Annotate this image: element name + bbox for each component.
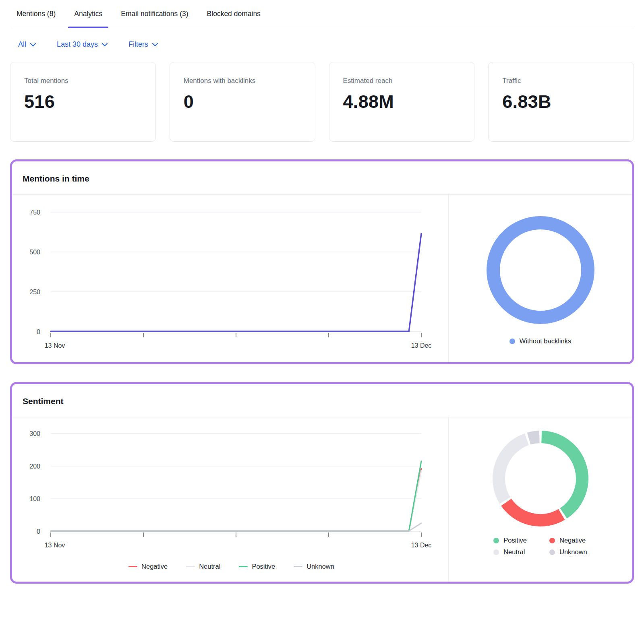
stat-value: 516 [24, 91, 142, 112]
legend-label: Neutral [199, 563, 220, 570]
active-tab-underline [68, 27, 108, 28]
tab-email-notifications-label: Email notifications (3) [121, 10, 188, 18]
stat-label: Mentions with backlinks [184, 77, 301, 85]
svg-text:0: 0 [37, 528, 40, 535]
legend-item-positive[interactable]: Positive [493, 537, 527, 544]
tab-email-notifications[interactable]: Email notifications (3) [121, 6, 188, 28]
tab-blocked-domains[interactable]: Blocked domains [207, 6, 261, 28]
mentions-line-chart: 025050075013 Nov13 Dec [14, 202, 433, 355]
legend-dot-icon [509, 339, 515, 344]
legend-label: Negative [141, 563, 168, 570]
legend-item-negative[interactable]: Negative [549, 537, 587, 544]
date-range-label: Last 30 days [57, 40, 98, 49]
svg-text:13 Dec: 13 Dec [411, 342, 432, 349]
legend-label: Neutral [503, 548, 525, 556]
tab-analytics[interactable]: Analytics [74, 6, 102, 28]
svg-text:500: 500 [29, 249, 40, 256]
sentiment-donut-chart [492, 430, 589, 527]
chevron-down-icon [30, 43, 36, 47]
chevron-down-icon [102, 43, 108, 47]
stat-card-mentions-with-backlinks: Mentions with backlinks 0 [170, 62, 315, 142]
sentiment-line-chart: 010020030013 Nov13 Dec [14, 425, 433, 551]
svg-text:13 Nov: 13 Nov [45, 542, 65, 549]
keyword-filter-label: All [18, 40, 26, 49]
mentions-donut-area: Without backlinks [449, 195, 632, 362]
legend-dot-icon [549, 549, 555, 555]
tab-bar: Mentions (8) Analytics Email notificatio… [10, 0, 634, 28]
stat-label: Traffic [502, 77, 620, 85]
tab-mentions-label: Mentions (8) [17, 10, 56, 18]
legend-label: Unknown [306, 563, 334, 570]
legend-dot-icon [549, 538, 555, 543]
legend-item-unknown[interactable]: Unknown [549, 548, 587, 556]
legend-dash-icon [294, 566, 302, 568]
stat-value: 0 [184, 91, 301, 112]
stat-card-traffic: Traffic 6.83B [488, 62, 634, 142]
legend-label: Negative [559, 537, 586, 544]
stat-card-estimated-reach: Estimated reach 4.88M [329, 62, 475, 142]
legend-label: Without backlinks [520, 337, 571, 345]
legend-label: Positive [503, 537, 527, 544]
sentiment-line-chart-area: 010020030013 Nov13 Dec Negative Neutral … [12, 417, 449, 582]
sentiment-donut-legend: Positive Negative Neutral Unknown [493, 537, 587, 556]
svg-text:300: 300 [29, 430, 40, 437]
tab-blocked-domains-label: Blocked domains [207, 10, 261, 18]
chevron-down-icon [152, 43, 158, 47]
legend-dash-icon [186, 566, 195, 568]
legend-item-without-backlinks[interactable]: Without backlinks [509, 337, 571, 345]
sentiment-donut-area: Positive Negative Neutral Unknown [449, 417, 632, 582]
filter-row: All Last 30 days Filters [18, 40, 634, 49]
brand-monitoring-analytics-page: Mentions (8) Analytics Email notificatio… [0, 0, 644, 600]
tab-analytics-label: Analytics [74, 10, 102, 18]
svg-text:200: 200 [29, 463, 40, 470]
svg-text:100: 100 [29, 495, 40, 502]
filters-dropdown[interactable]: Filters [128, 40, 158, 49]
mentions-in-time-panel: Mentions in time 025050075013 Nov13 Dec … [10, 159, 634, 364]
svg-text:0: 0 [37, 328, 40, 335]
date-range-dropdown[interactable]: Last 30 days [57, 40, 108, 49]
legend-dot-icon [493, 549, 499, 555]
panel-title: Mentions in time [12, 161, 632, 194]
stats-row: Total mentions 516 Mentions with backlin… [10, 62, 634, 142]
svg-text:250: 250 [29, 289, 40, 295]
svg-text:750: 750 [29, 209, 40, 216]
legend-item-neutral[interactable]: Neutral [186, 563, 220, 570]
legend-item-positive[interactable]: Positive [239, 563, 275, 570]
mentions-line-chart-area: 025050075013 Nov13 Dec [12, 195, 449, 362]
legend-dash-icon [239, 566, 248, 568]
tab-mentions[interactable]: Mentions (8) [17, 6, 56, 28]
legend-dot-icon [493, 538, 499, 543]
keyword-filter-dropdown[interactable]: All [18, 40, 36, 49]
legend-item-negative[interactable]: Negative [128, 563, 168, 570]
panel-title: Sentiment [12, 384, 632, 417]
svg-text:13 Dec: 13 Dec [411, 542, 432, 549]
mentions-panel-body: 025050075013 Nov13 Dec Without backlinks [12, 195, 632, 362]
stat-value: 4.88M [343, 91, 461, 112]
legend-item-unknown[interactable]: Unknown [294, 563, 334, 570]
sentiment-panel-body: 010020030013 Nov13 Dec Negative Neutral … [12, 417, 632, 582]
legend-label: Unknown [559, 548, 587, 556]
stat-card-total-mentions: Total mentions 516 [10, 62, 156, 142]
legend-label: Positive [252, 563, 275, 570]
sentiment-line-legend: Negative Neutral Positive Unknown [14, 563, 448, 570]
stat-value: 6.83B [502, 91, 620, 112]
svg-text:13 Nov: 13 Nov [45, 342, 65, 349]
sentiment-panel: Sentiment 010020030013 Nov13 Dec Negativ… [10, 382, 634, 584]
filters-label: Filters [128, 40, 148, 49]
legend-item-neutral[interactable]: Neutral [493, 548, 527, 556]
mentions-donut-chart [486, 216, 595, 324]
stat-label: Total mentions [24, 77, 142, 85]
stat-label: Estimated reach [343, 77, 461, 85]
legend-dash-icon [128, 566, 137, 568]
